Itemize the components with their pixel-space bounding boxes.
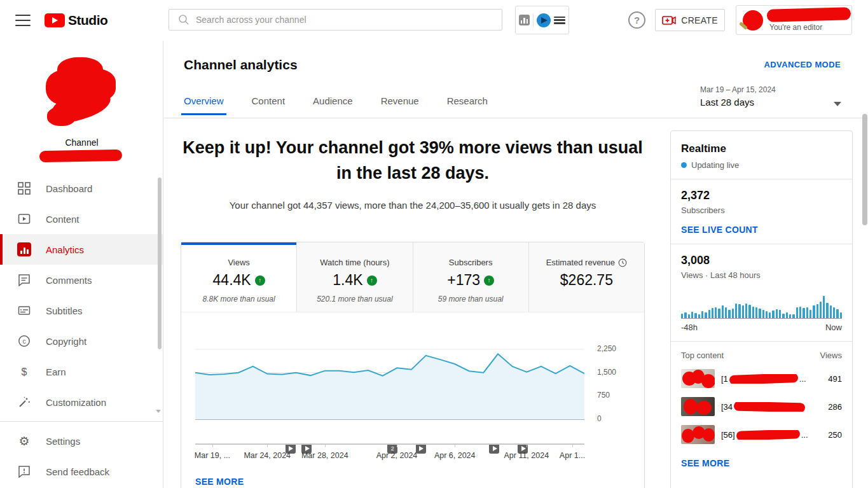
settings-gear-icon: ⚙ — [17, 433, 32, 449]
hourly-views-bar — [766, 311, 768, 318]
extension-play-icon[interactable] — [537, 13, 551, 27]
advanced-mode-link[interactable]: ADVANCED MODE — [764, 60, 841, 69]
browser-extension-widget[interactable] — [515, 6, 569, 34]
top-content-views-header: Views — [820, 351, 842, 360]
sidebar-item-copyright[interactable]: c Copyright — [0, 326, 163, 356]
menu-icon[interactable] — [15, 15, 31, 26]
axis-label-start: -48h — [681, 323, 698, 332]
sidebar-item-subtitles[interactable]: Subtitles — [0, 295, 163, 326]
top-content-see-more-link[interactable]: SEE MORE — [681, 458, 842, 468]
hourly-views-bar — [759, 309, 761, 318]
metric-value: +173 — [447, 272, 480, 289]
x-axis-tick — [212, 445, 213, 447]
video-views: 491 — [820, 374, 842, 384]
content-icon — [17, 211, 32, 227]
video-thumbnail — [681, 369, 715, 388]
top-content-row[interactable]: [1... 491 — [681, 369, 842, 388]
top-content-row[interactable]: [56]... 250 — [681, 425, 842, 444]
hourly-views-bar — [792, 314, 794, 318]
x-axis-tick — [325, 445, 326, 447]
metric-watch-time[interactable]: Watch time (hours) 1.4K↑ 520.1 more than… — [297, 242, 413, 312]
sidebar-scroll-arrow-icon[interactable] — [156, 410, 161, 413]
help-icon[interactable]: ? — [628, 11, 645, 29]
video-views: 250 — [820, 430, 842, 440]
hourly-views-bar — [755, 307, 757, 318]
sidebar-item-label: Analytics — [46, 244, 84, 255]
hourly-views-bar — [742, 305, 744, 318]
channel-avatar-redacted[interactable] — [46, 57, 119, 124]
list-menu-icon[interactable] — [554, 17, 565, 24]
search-bar[interactable] — [169, 9, 502, 31]
y-axis-tick-label: 1,500 — [597, 368, 635, 377]
realtime-card: Realtime Updating live 2,372 Subscribers… — [670, 130, 853, 488]
youtube-play-icon — [45, 13, 65, 27]
sidebar-item-label: Content — [46, 214, 79, 225]
sidebar-item-customization[interactable]: Customization — [0, 387, 163, 417]
tab-overview[interactable]: Overview — [184, 95, 224, 115]
hourly-views-bar — [748, 305, 750, 318]
hourly-views-bar — [806, 307, 808, 318]
sidebar-item-analytics[interactable]: Analytics — [0, 234, 163, 265]
tab-content[interactable]: Content — [252, 95, 286, 115]
overview-chart-card: Views 44.4K↑ 8.8K more than usual Watch … — [181, 242, 645, 488]
metric-label: Subscribers — [449, 258, 493, 267]
sidebar-item-settings[interactable]: ⚙ Settings — [0, 426, 163, 456]
video-views: 286 — [820, 402, 842, 412]
see-live-count-link[interactable]: SEE LIVE COUNT — [681, 225, 842, 235]
account-menu[interactable]: You're an editor — [736, 5, 852, 35]
chart-see-more-link[interactable]: SEE MORE — [195, 477, 244, 487]
hourly-views-bar — [789, 314, 791, 318]
line-chart-plot[interactable] — [195, 338, 584, 421]
page-scrollbar[interactable] — [862, 114, 867, 225]
sidebar-item-dashboard[interactable]: Dashboard — [0, 173, 163, 204]
search-icon — [178, 14, 189, 25]
hourly-views-bar — [786, 312, 788, 318]
bar-chart-icon[interactable] — [519, 15, 530, 25]
metric-subscribers[interactable]: Subscribers +173↑ 59 more than usual — [413, 242, 529, 312]
hourly-views-bar — [745, 303, 747, 318]
svg-text:$: $ — [22, 366, 27, 377]
hourly-views-bar — [718, 309, 720, 318]
metric-label: Watch time (hours) — [320, 258, 389, 267]
top-content-row[interactable]: [34 286 — [681, 397, 842, 416]
hourly-views-bar — [708, 310, 710, 318]
metric-estimated-revenue[interactable]: Estimated revenue $262.75 — [529, 242, 644, 312]
sidebar-scrollbar[interactable] — [158, 178, 162, 349]
channel-name-redaction — [39, 150, 122, 162]
create-button[interactable]: CREATE — [655, 9, 725, 31]
hourly-views-bar — [732, 309, 734, 318]
metric-views[interactable]: Views 44.4K↑ 8.8K more than usual — [181, 242, 297, 312]
sidebar-item-send-feedback[interactable]: Send feedback — [0, 456, 163, 487]
tab-research[interactable]: Research — [447, 95, 488, 115]
realtime-views-label: Views · Last 48 hours — [681, 270, 842, 280]
realtime-status: Updating live — [691, 160, 739, 170]
sidebar-item-earn[interactable]: $ Earn — [0, 356, 163, 387]
video-title-partial: [1... — [721, 374, 820, 384]
sidebar-item-comments[interactable]: Comments — [0, 265, 163, 295]
dashboard-icon — [17, 181, 32, 196]
hourly-views-bar — [836, 309, 838, 318]
divider — [671, 341, 852, 342]
studio-logo-text: Studio — [68, 13, 107, 28]
hourly-views-bar — [809, 310, 811, 318]
hourly-views-bar — [772, 310, 774, 318]
hourly-views-bar — [833, 307, 835, 318]
sidebar-item-content[interactable]: Content — [0, 204, 163, 234]
youtube-studio-app: Studio ? CREATE You're an editor — [0, 0, 868, 488]
search-input[interactable] — [196, 15, 502, 25]
tab-revenue[interactable]: Revenue — [381, 95, 419, 115]
date-range-picker[interactable]: Mar 19 – Apr 15, 2024 Last 28 days — [700, 85, 776, 108]
hourly-views-bar — [826, 303, 828, 318]
video-title-partial: [56]... — [721, 430, 820, 440]
hourly-views-bar — [782, 314, 784, 318]
youtube-studio-logo[interactable]: Studio — [45, 13, 107, 28]
hourly-views-bar — [769, 312, 771, 318]
trend-up-icon: ↑ — [367, 275, 377, 286]
views-48h-bar-chart[interactable] — [681, 289, 842, 318]
hourly-views-bar — [779, 310, 781, 318]
insight-subtext: Your channel got 44,357 views, more than… — [181, 200, 645, 211]
analytics-tabs: Overview Content Audience Revenue Resear… — [184, 95, 488, 115]
tab-audience[interactable]: Audience — [313, 95, 353, 115]
hourly-views-bar — [799, 307, 801, 318]
x-axis-tick-label: Apr 6, 2024 — [434, 451, 476, 460]
